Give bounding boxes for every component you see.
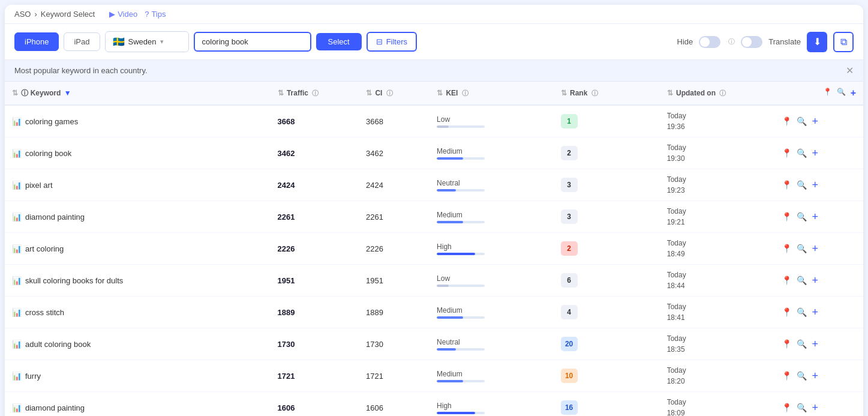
tips-link[interactable]: ? Tips — [145, 10, 166, 19]
keyword-text-4[interactable]: art coloring — [25, 244, 64, 253]
translate-toggle[interactable] — [741, 36, 762, 48]
pin-icon-3[interactable]: 📍 — [782, 212, 792, 222]
breadcrumb-aso[interactable]: ASO — [14, 10, 31, 19]
pin-icon-5[interactable]: 📍 — [782, 276, 792, 285]
filters-button[interactable]: ⊟ Filters — [367, 32, 417, 52]
pin-icon-8[interactable]: 📍 — [782, 371, 792, 381]
add-icon-6[interactable]: + — [812, 306, 818, 319]
updated-time-3: 19:21 — [667, 217, 768, 228]
add-icon-5[interactable]: + — [812, 274, 818, 287]
traffic-cell-7: 1730 — [271, 328, 359, 360]
add-icon-4[interactable]: + — [812, 243, 818, 255]
sort-icon-updated: ⇅ — [667, 89, 673, 97]
search-icon-4[interactable]: 🔍 — [797, 244, 807, 253]
bar-chart-icon-7: 📊 — [12, 340, 22, 349]
keyword-text-3[interactable]: diamond painting — [25, 213, 85, 222]
traffic-value-3: 2261 — [278, 213, 295, 222]
col-header-updated[interactable]: ⇅ Updated on ⓘ — [660, 82, 775, 105]
search-icon-3[interactable]: 🔍 — [797, 212, 807, 222]
search-icon-7[interactable]: 🔍 — [797, 339, 807, 349]
col-header-kei[interactable]: ⇅ KEI ⓘ — [430, 82, 554, 105]
ci-cell-7: 1730 — [359, 328, 430, 360]
updated-date-4: Today — [667, 238, 768, 249]
keyword-cell-4: 📊 art coloring — [5, 233, 271, 265]
add-icon-9[interactable]: + — [812, 402, 818, 414]
rank-badge-0: 1 — [561, 114, 578, 128]
updated-date-6: Today — [667, 301, 768, 312]
add-icon-3[interactable]: + — [812, 211, 818, 223]
toolbar: iPhone iPad 🇸🇪 Sweden ▾ Select ⊟ Filters… — [5, 24, 863, 60]
country-select[interactable]: 🇸🇪 Sweden ▾ — [105, 31, 189, 52]
copy-button[interactable]: ⧉ — [833, 32, 854, 52]
video-link[interactable]: ▶ Video — [109, 10, 137, 19]
actions-cell-5: 📍 🔍 + — [774, 265, 863, 297]
pin-icon-6[interactable]: 📍 — [782, 307, 792, 317]
ci-cell-6: 1889 — [359, 297, 430, 328]
search-icon-2[interactable]: 🔍 — [797, 180, 807, 190]
keyword-input[interactable] — [194, 32, 311, 52]
pin-icon-1[interactable]: 📍 — [782, 148, 792, 158]
hide-toggle[interactable] — [699, 36, 720, 48]
tips-label: Tips — [151, 10, 166, 19]
table-row: 📊 cross stitch 1889 1889 Medium 4 — [5, 297, 863, 328]
rank-badge-3: 3 — [561, 210, 578, 224]
bar-chart-icon-0: 📊 — [12, 117, 22, 126]
search-icon-8[interactable]: 🔍 — [797, 371, 807, 381]
ci-cell-2: 2424 — [359, 169, 430, 201]
ci-value-5: 1951 — [366, 276, 383, 285]
pin-icon-2[interactable]: 📍 — [782, 180, 792, 190]
actions-cell-9: 📍 🔍 + — [774, 392, 863, 417]
keyword-text-2[interactable]: pixel art — [25, 181, 53, 190]
kei-bar-6 — [437, 316, 463, 319]
keyword-text-5[interactable]: skull coloring books for dults — [25, 276, 123, 285]
bar-chart-icon-8: 📊 — [12, 372, 22, 381]
pin-icon-4[interactable]: 📍 — [782, 244, 792, 253]
table-row: 📊 coloring book 3462 3462 Medium 2 — [5, 137, 863, 169]
filter-icon: ⊟ — [376, 37, 383, 46]
pin-icon-7[interactable]: 📍 — [782, 339, 792, 349]
keyword-text-1[interactable]: coloring book — [25, 149, 71, 158]
traffic-cell-2: 2424 — [271, 169, 359, 201]
col-header-ci[interactable]: ⇅ CI ⓘ — [359, 82, 430, 105]
search-icon-1[interactable]: 🔍 — [797, 148, 807, 158]
col-header-rank[interactable]: ⇅ Rank ⓘ — [554, 82, 660, 105]
ci-value-8: 1721 — [366, 372, 383, 381]
search-icon-5[interactable]: 🔍 — [797, 276, 807, 285]
ci-value-7: 1730 — [366, 340, 383, 349]
rank-cell-3: 3 — [554, 201, 660, 233]
col-header-traffic[interactable]: ⇅ Traffic ⓘ — [271, 82, 359, 105]
keyword-text-0[interactable]: coloring games — [25, 117, 78, 126]
keyword-text-7[interactable]: adult coloring book — [25, 340, 91, 349]
breadcrumb-sep: › — [34, 10, 37, 19]
kei-label-0: Low — [437, 115, 450, 124]
download-button[interactable]: ⬇ — [807, 32, 827, 52]
pin-icon-0[interactable]: 📍 — [782, 116, 792, 126]
kei-bar-wrap-3 — [437, 221, 485, 223]
keyword-text-9[interactable]: diamond painting — [25, 403, 85, 412]
select-button[interactable]: Select — [316, 33, 362, 50]
add-icon-0[interactable]: + — [812, 115, 818, 128]
ipad-button[interactable]: iPad — [64, 32, 100, 51]
search-icon-6[interactable]: 🔍 — [797, 307, 807, 317]
add-icon-2[interactable]: + — [812, 179, 818, 191]
keyword-text-8[interactable]: furry — [25, 372, 41, 381]
add-icon-1[interactable]: + — [812, 147, 818, 160]
info-icon-traffic: ⓘ — [312, 89, 319, 97]
pin-icon-9[interactable]: 📍 — [782, 403, 792, 412]
search-icon-9[interactable]: 🔍 — [797, 403, 807, 412]
add-icon-7[interactable]: + — [812, 338, 818, 351]
kei-label-9: High — [437, 402, 452, 410]
kei-cell-4: High — [430, 233, 554, 265]
ci-value-3: 2261 — [366, 213, 383, 222]
kei-bar-wrap-2 — [437, 189, 485, 191]
kei-cell-2: Neutral — [430, 169, 554, 201]
kei-cell-3: Medium — [430, 201, 554, 233]
keyword-text-6[interactable]: cross stitch — [25, 308, 64, 317]
banner-close-button[interactable]: ✕ — [846, 65, 854, 76]
bar-chart-icon-4: 📊 — [12, 244, 22, 253]
keyword-cell-9: 📊 diamond painting — [5, 392, 271, 417]
search-icon-0[interactable]: 🔍 — [797, 116, 807, 126]
keyword-cell-0: 📊 coloring games — [5, 105, 271, 137]
iphone-button[interactable]: iPhone — [14, 32, 59, 51]
add-icon-8[interactable]: + — [812, 370, 818, 382]
